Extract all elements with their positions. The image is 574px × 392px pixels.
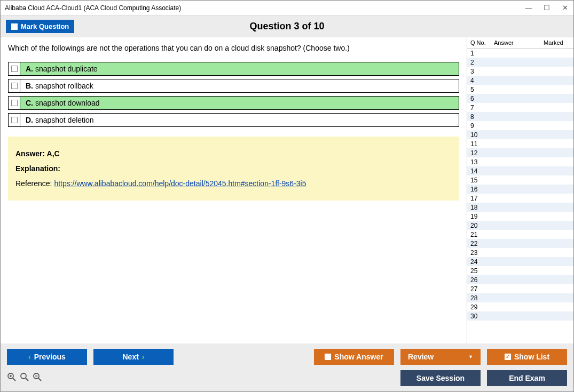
sidebar-row[interactable]: 21 (467, 230, 573, 239)
next-button[interactable]: Next › (93, 349, 174, 365)
answer-explanation-box: Answer: A,C Explanation: Reference: http… (8, 137, 459, 201)
sidebar-row[interactable]: 2 (467, 58, 573, 67)
maximize-icon[interactable]: ☐ (542, 4, 551, 12)
minimize-icon[interactable]: — (524, 4, 533, 12)
sidebar-row[interactable]: 23 (467, 248, 573, 257)
reference-link[interactable]: https://www.alibabacloud.com/help/doc-de… (54, 179, 306, 188)
sidebar-row[interactable]: 8 (467, 112, 573, 121)
end-exam-button[interactable]: End Exam (487, 370, 567, 386)
svg-line-1 (13, 378, 15, 381)
mark-checkbox-icon (11, 23, 18, 30)
close-icon[interactable]: ✕ (561, 4, 569, 12)
sidebar-row[interactable]: 16 (467, 185, 573, 194)
sidebar-row[interactable]: 14 (467, 166, 573, 175)
main-area: Which of the followings are not the oper… (1, 37, 573, 343)
option-checkbox[interactable] (9, 79, 20, 92)
sidebar-row-qno: 19 (470, 213, 494, 220)
sidebar-row[interactable]: 22 (467, 239, 573, 248)
chevron-left-icon: ‹ (28, 353, 31, 361)
sidebar-row-qno: 20 (470, 222, 494, 229)
sidebar-list[interactable]: 1234567891011121314151617181920212223242… (467, 49, 573, 343)
sidebar-row[interactable]: 28 (467, 293, 573, 302)
sidebar-row[interactable]: 24 (467, 257, 573, 266)
previous-label: Previous (34, 353, 66, 361)
sidebar-row[interactable]: 27 (467, 284, 573, 293)
sidebar-row-qno: 14 (470, 167, 494, 175)
save-session-button[interactable]: Save Session (400, 370, 481, 386)
chevron-right-icon: › (142, 353, 145, 361)
sidebar-row[interactable]: 25 (467, 266, 573, 275)
sidebar-header-marked: Marked (544, 39, 570, 46)
zoom-in-icon[interactable] (7, 372, 17, 385)
sidebar-row-qno: 22 (470, 240, 494, 247)
sidebar-row[interactable]: 6 (467, 94, 573, 103)
sidebar-row[interactable]: 10 (467, 130, 573, 139)
sidebar-row[interactable]: 3 (467, 67, 573, 76)
previous-button[interactable]: ‹ Previous (7, 349, 87, 365)
sidebar-header-qno: Q No. (470, 39, 494, 46)
mark-question-button[interactable]: Mark Question (6, 20, 74, 33)
sidebar-row-qno: 18 (470, 204, 494, 211)
sidebar-row-qno: 28 (470, 294, 494, 302)
option-row[interactable]: B. snapshot rollback (8, 79, 459, 93)
sidebar-row[interactable]: 17 (467, 194, 573, 203)
option-row[interactable]: A. snapshot duplicate (8, 62, 459, 76)
option-checkbox[interactable] (9, 62, 20, 75)
option-checkbox[interactable] (9, 97, 20, 109)
sidebar-row-qno: 17 (470, 195, 494, 202)
checkbox-icon (11, 83, 18, 89)
window-controls: — ☐ ✕ (524, 4, 569, 12)
sidebar-row-qno: 16 (470, 186, 494, 193)
sidebar-header: Q No. Answer Marked (467, 37, 573, 49)
window-title: Alibaba Cloud ACA-Cloud1 (ACA Cloud Comp… (5, 4, 524, 12)
mark-question-label: Mark Question (21, 22, 69, 30)
sidebar-row[interactable]: 1 (467, 49, 573, 58)
footer-bar: ‹ Previous Next › Show Answer Review ▼ S… (1, 343, 573, 391)
sidebar-row[interactable]: 29 (467, 302, 573, 311)
reference-prefix: Reference: (15, 179, 54, 188)
end-exam-label: End Exam (509, 374, 545, 382)
sidebar-row-qno: 2 (470, 59, 494, 66)
question-content: Which of the followings are not the oper… (1, 37, 467, 343)
sidebar-row[interactable]: 19 (467, 212, 573, 221)
option-row[interactable]: C. snapshot download (8, 96, 459, 110)
sidebar-row[interactable]: 13 (467, 157, 573, 166)
zoom-out-icon[interactable] (33, 372, 42, 385)
sidebar-row[interactable]: 11 (467, 139, 573, 148)
sidebar-row[interactable]: 15 (467, 175, 573, 185)
option-text: B. snapshot rollback (20, 82, 93, 90)
checkbox-icon (11, 100, 18, 106)
footer-row-1: ‹ Previous Next › Show Answer Review ▼ S… (7, 349, 567, 365)
show-list-button[interactable]: Show List (487, 349, 567, 365)
header-bar: Mark Question Question 3 of 10 (1, 15, 573, 37)
sidebar-row[interactable]: 4 (467, 76, 573, 85)
sidebar-row-qno: 11 (470, 140, 494, 148)
sidebar-row-qno: 6 (470, 95, 494, 102)
question-text: Which of the followings are not the oper… (8, 44, 459, 52)
show-answer-label: Show Answer (334, 353, 383, 361)
show-list-label: Show List (514, 353, 549, 361)
next-label: Next (122, 353, 138, 361)
sidebar-row-qno: 8 (470, 113, 494, 121)
sidebar-row[interactable]: 30 (467, 311, 573, 321)
review-button[interactable]: Review ▼ (400, 349, 481, 365)
sidebar-row[interactable]: 7 (467, 103, 573, 112)
sidebar-row-qno: 21 (470, 231, 494, 238)
sidebar-row-qno: 4 (470, 77, 494, 84)
sidebar-row-qno: 3 (470, 68, 494, 75)
sidebar-row[interactable]: 12 (467, 148, 573, 157)
checkbox-icon (11, 66, 18, 72)
sidebar-row[interactable]: 18 (467, 203, 573, 212)
sidebar-row[interactable]: 20 (467, 221, 573, 230)
zoom-reset-icon[interactable] (20, 372, 29, 385)
question-list-sidebar: Q No. Answer Marked 12345678910111213141… (467, 37, 573, 343)
sidebar-row-qno: 24 (470, 258, 494, 266)
sidebar-row[interactable]: 26 (467, 275, 573, 284)
option-checkbox[interactable] (9, 114, 20, 126)
svg-line-5 (26, 378, 28, 381)
option-row[interactable]: D. snapshot deletion (8, 113, 459, 127)
sidebar-row[interactable]: 9 (467, 121, 573, 130)
show-answer-button[interactable]: Show Answer (314, 349, 394, 365)
sidebar-row[interactable]: 5 (467, 85, 573, 94)
sidebar-row-qno: 29 (470, 303, 494, 311)
